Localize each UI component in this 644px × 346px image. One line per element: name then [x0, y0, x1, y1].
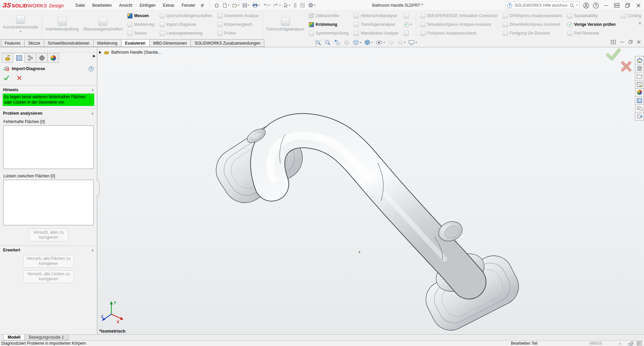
tab-mbd-dimensionen[interactable]: MBD-Dimensionen — [149, 39, 191, 47]
ribbon-trennfugenanalyse[interactable]: Trennfugenanalyse — [352, 20, 400, 29]
taskpane-design-library[interactable] — [635, 64, 644, 72]
ribbon-pruefen[interactable]: Prüfen — [215, 29, 261, 38]
taskpane-file-explorer[interactable] — [635, 72, 644, 80]
undo-button[interactable]: ▾ — [262, 2, 271, 9]
ribbon-compare-documents[interactable] — [401, 11, 414, 20]
ribbon-part-reviewer[interactable]: Part Reviewer — [565, 29, 618, 38]
help-search-input[interactable] — [514, 3, 568, 8]
tab-dimxpert-manager[interactable] — [36, 53, 48, 63]
status-notes-icon[interactable] — [637, 341, 642, 346]
section-header-hinweis[interactable]: Hinweis ∧ — [0, 86, 97, 93]
dropdown-arrow[interactable]: ▾ — [269, 4, 270, 7]
ribbon-zebrastreifen[interactable]: Zebrastreifen — [307, 11, 351, 20]
dropdown-arrow[interactable]: ▾ — [383, 41, 385, 44]
ribbon-hinterschnittanalyse[interactable]: Hinterschnittanalyse — [352, 11, 400, 20]
collapse-chevron-icon[interactable]: ∧ — [91, 248, 94, 252]
taskpane-pdm-vault[interactable] — [635, 112, 644, 121]
account-icon[interactable] — [583, 2, 589, 9]
dock-window-button[interactable] — [613, 2, 621, 9]
dropdown-arrow[interactable]: ▾ — [314, 4, 316, 7]
bathroom-handle-model[interactable] — [97, 47, 644, 334]
dropdown-arrow[interactable]: ▾ — [404, 41, 406, 44]
panel-help-icon[interactable]: ? — [89, 66, 94, 71]
tab-solidworks-zusatzanwendungen[interactable]: SOLIDWORKS Zusatzanwendungen — [191, 39, 264, 47]
ribbon-collapse-chevron[interactable]: ∧ — [638, 21, 641, 25]
view-settings-icon[interactable]: ▾ — [408, 39, 417, 46]
pin-menu-icon[interactable] — [200, 3, 205, 8]
confirmation-cancel-mark[interactable] — [621, 61, 632, 72]
faulty-faces-list[interactable] — [3, 125, 94, 169]
dropdown-arrow[interactable]: ▾ — [20, 31, 21, 33]
ribbon-leistungsbewertung[interactable]: Leistungsbewertung — [157, 29, 214, 38]
rebuild-button[interactable] — [292, 2, 298, 9]
collapse-chevron-icon[interactable]: ∧ — [91, 88, 94, 92]
dropdown-arrow[interactable]: ▾ — [248, 4, 250, 7]
panel-top-splitter[interactable]: ◦ — [0, 47, 97, 52]
section-header-erweitert[interactable]: Erweitert ∧ — [0, 247, 97, 253]
collapse-chevron-icon[interactable]: ∧ — [91, 111, 94, 116]
fix-all-gaps-button[interactable]: Versuch, alle Lücken zu korrigieren — [23, 270, 74, 283]
ribbon-messen[interactable]: Messen — [125, 11, 157, 20]
menu-datei[interactable]: Datei — [72, 2, 88, 9]
tab-property-manager[interactable] — [13, 53, 25, 63]
apply-scene-icon[interactable]: ▾ — [396, 39, 406, 46]
tab-modell[interactable]: Modell — [3, 335, 25, 340]
menu-fenster[interactable]: Fenster — [179, 2, 199, 9]
section-header-problem[interactable]: Problem analysieren ∧ — [0, 110, 97, 117]
taskpane-home[interactable] — [635, 56, 644, 64]
home-button[interactable] — [213, 2, 220, 9]
dropdown-arrow[interactable]: ▾ — [289, 4, 290, 7]
fix-all-button[interactable]: Versuch, alles zu korrigieren — [29, 229, 68, 241]
menu-ansicht[interactable]: Ansicht — [116, 2, 135, 9]
minimize-button[interactable]: — — [602, 2, 610, 9]
taskpane-view-palette[interactable] — [635, 80, 644, 89]
section-view-icon[interactable] — [343, 39, 350, 46]
zoom-to-fit-icon[interactable] — [315, 39, 322, 46]
status-units-caret[interactable]: ▴ — [619, 342, 621, 345]
ribbon-koerpervergleich[interactable]: Körpervergleich — [215, 20, 261, 29]
dropdown-arrow[interactable]: ▾ — [279, 4, 281, 7]
ribbon-sensor[interactable]: Sensor — [125, 29, 157, 38]
print-button[interactable]: ▾ — [251, 2, 261, 9]
options-gear-button[interactable]: ▾ — [307, 2, 317, 9]
help-button[interactable]: ? — [593, 2, 599, 9]
panel-flyout-arrow[interactable]: ▶ — [93, 54, 96, 58]
tab-schweisskonstruktionen[interactable]: Schweißkonstruktionen — [44, 39, 94, 47]
ribbon-kruemmung[interactable]: Krümmung — [307, 20, 351, 29]
help-search-box[interactable]: ? ▾ — [505, 2, 580, 9]
tab-configuration-manager[interactable] — [24, 53, 36, 63]
tab-bewegungsstudie[interactable]: Bewegungsstudie 1 — [24, 335, 68, 340]
ribbon-fertigung-on-demand[interactable]: Fertigung On-Demand — [500, 29, 564, 38]
ribbon-3dexperience-connector[interactable]: 3DEXPERIENCE Simulation Connector — [418, 11, 500, 20]
graphics-viewport[interactable]: ▶ Bathroom Handle (Standa... — [97, 47, 644, 334]
doc-minimize-button[interactable]: — — [620, 40, 624, 44]
ribbon-symmetry-tool[interactable] — [401, 29, 414, 38]
tab-markierung[interactable]: Markierung — [93, 39, 121, 47]
view-orientation-icon[interactable]: ▾ — [352, 39, 362, 46]
ribbon-formschraegeanalyse[interactable]: Formschrägeanalyse — [264, 11, 307, 37]
menu-einfuegen[interactable]: Einfügen — [137, 2, 158, 9]
restore-button[interactable] — [624, 2, 631, 9]
confirmation-accept-mark[interactable] — [606, 48, 621, 60]
tab-display-manager[interactable] — [47, 53, 59, 63]
ribbon-import-diagnose[interactable]: Import-Diagnose — [157, 20, 214, 29]
display-style-icon[interactable]: ▾ — [364, 39, 373, 46]
ribbon-simulationxpress[interactable]: SimulationXpress Analyse-Assistent — [418, 20, 500, 29]
dropdown-arrow[interactable]: ▾ — [259, 4, 260, 7]
dropdown-arrow[interactable]: ▾ — [416, 41, 417, 44]
panel-splitter-handle[interactable]: ◦ — [97, 180, 100, 196]
menu-bearbeiten[interactable]: Bearbeiten — [89, 2, 115, 9]
fix-all-faces-button[interactable]: Versuch, alle Flächen zu korrigieren — [23, 255, 74, 268]
ribbon-markierung[interactable]: Markierung — [125, 20, 157, 29]
tab-skizze[interactable]: Skizze — [24, 39, 44, 47]
doc-restore-button[interactable] — [629, 40, 633, 44]
menu-extras[interactable]: Extras — [160, 2, 177, 9]
save-button[interactable]: ▾ — [241, 2, 251, 9]
search-dropdown-arrow[interactable]: ▾ — [576, 4, 578, 7]
ribbon-masseneigenschaften[interactable]: Masseneigenschaften — [81, 11, 125, 37]
dropdown-arrow[interactable]: ▾ — [371, 41, 373, 44]
taskpane-appearances[interactable] — [635, 88, 644, 97]
file-properties-button[interactable] — [299, 2, 306, 9]
gaps-list[interactable] — [3, 180, 94, 225]
ribbon-costing[interactable]: Costing — [619, 11, 644, 20]
